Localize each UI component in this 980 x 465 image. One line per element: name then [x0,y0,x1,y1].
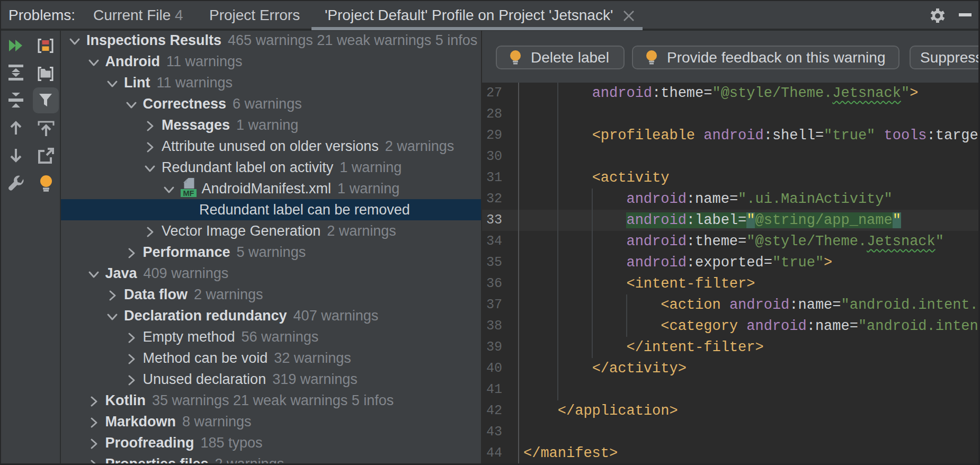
svg-text:MF: MF [183,189,194,197]
